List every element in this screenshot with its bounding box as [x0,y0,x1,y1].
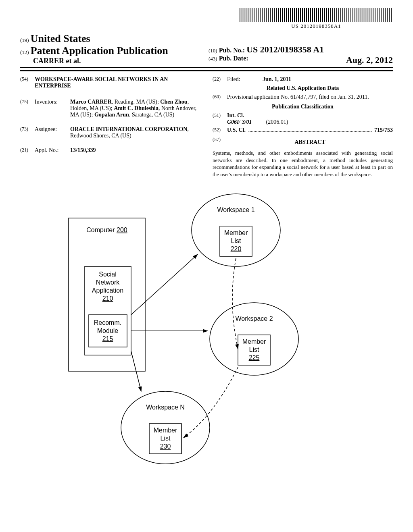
provisional-text: Provisional application No. 61/437,797, … [227,94,393,100]
barcode-lines [240,8,393,22]
arrow-ws2-wsn [184,367,238,438]
provisional-row: (60) Provisional application No. 61/437,… [213,94,393,100]
sna-label-1: Social [99,271,117,278]
filed-row: (22) Filed: Jun. 1, 2011 [213,76,393,83]
us-cl-value: U.S. Cl. 715/753 [227,127,393,133]
assignee-name: ORACLE INTERNATIONAL CORPORATION [70,126,187,132]
ws1-member-2: List [231,237,241,244]
country-name: United States [31,33,90,44]
left-column: (54) WORKSPACE-AWARE SOCIAL NETWORKS IN … [20,76,200,178]
int-cl-label: Int. Cl. [227,112,244,118]
abstract-num: (57) [213,137,227,148]
header-left: (19) United States (12) Patent Applicati… [20,33,204,65]
us-cl-num: (52) [213,127,227,133]
computer-box [69,218,145,371]
us-cl-code: 715/753 [374,127,393,133]
title-num: (54) [20,76,35,89]
assignee-value: ORACLE INTERNATIONAL CORPORATION, Redwoo… [70,126,200,139]
publication-type-line: (12) Patent Application Publication [20,45,204,57]
recomm-label-2: Module [97,327,119,334]
int-cl-year: (2006.01) [266,119,288,125]
sna-label-3: Application [92,287,123,294]
related-data-heading: Related U.S. Application Data [213,85,393,91]
classification-heading: Publication Classification [213,104,393,110]
arrow-recomm-ws1 [131,254,198,315]
inventor-3: Amit C. Dhuleshia [114,105,159,111]
assignee-row: (73) Assignee: ORACLE INTERNATIONAL CORP… [20,126,200,139]
assignee-num: (73) [20,126,35,139]
pub-date-value: Aug. 2, 2012 [346,55,393,65]
appl-no-row: (21) Appl. No.: 13/150,339 [20,147,200,154]
title-row: (54) WORKSPACE-AWARE SOCIAL NETWORKS IN … [20,76,200,89]
barcode: US 20120198358A1 [240,8,393,29]
inventors-value: Marco CARRER, Reading, MA (US); Chen Zho… [70,99,200,118]
pub-no-label: Pub. No.: [219,47,245,54]
country-line: (19) United States [20,33,204,45]
abstract-heading: ABSTRACT [227,139,393,145]
pub-type: Patent Application Publication [31,45,168,56]
recomm-ref: 215 [102,335,113,342]
assignee-label: Assignee: [35,126,70,139]
ws2-ref: 225 [249,354,260,361]
appl-no-label: Appl. No.: [35,147,70,154]
ws2-member-1: Member [242,338,266,345]
int-cl-row: (51) Int. Cl. G06F 3/01 (2006.01) [213,112,393,125]
ws2-member-2: List [249,346,259,353]
country-num: (19) [20,37,29,43]
filed-value: Jun. 1, 2011 [263,76,393,83]
abstract-heading-row: (57) ABSTRACT [213,137,393,148]
sna-ref: 210 [102,295,113,302]
appl-no-value: 13/150,339 [70,147,200,154]
barcode-number: US 20120198358A1 [240,23,393,29]
int-cl-num: (51) [213,112,227,125]
sna-label-2: Network [96,279,120,286]
abstract-text: Systems, methods, and other embodiments … [213,150,393,178]
int-cl-value: Int. Cl. G06F 3/01 (2006.01) [227,112,393,125]
filed-label: Filed: [227,76,263,83]
arrow-ws1-ws2 [232,258,238,349]
figure-1: Computer 200 Social Network Application … [20,190,393,472]
int-cl-code: G06F 3/01 [227,119,252,125]
provisional-num: (60) [213,94,227,100]
header-rule [20,70,393,71]
filed-num: (22) [213,76,227,83]
us-cl-dots [248,129,372,132]
appl-no-num: (21) [20,147,35,154]
header-right: (10) Pub. No.: US 2012/0198358 A1 (43) P… [204,44,393,65]
wsn-member-2: List [161,435,171,442]
wsn-member-1: Member [154,427,177,434]
inventor-2: Chen Zhou [160,99,187,105]
pub-type-num: (12) [20,49,29,55]
invention-title: WORKSPACE-AWARE SOCIAL NETWORKS IN AN EN… [35,76,200,89]
document-header: (19) United States (12) Patent Applicati… [20,33,393,68]
inventors-label: Inventors: [35,99,70,118]
right-column: (22) Filed: Jun. 1, 2011 Related U.S. Ap… [213,76,393,178]
inventor-1: Marco CARRER [70,99,112,105]
pub-date-label: Pub. Date: [219,55,248,62]
pub-date-line: (43) Pub. Date: Aug. 2, 2012 [209,55,393,62]
inventors-row: (75) Inventors: Marco CARRER, Reading, M… [20,99,200,118]
ws1-ref: 220 [231,245,242,252]
wsn-ref: 230 [160,443,171,450]
pub-no-num: (10) [209,48,217,54]
figure-svg: Computer 200 Social Network Application … [20,190,393,472]
workspace-2-label: Workspace 2 [235,315,273,322]
pub-date-num: (43) [209,56,217,62]
ws1-member-1: Member [224,229,248,236]
authors-line: CARRER et al. [20,57,204,65]
recomm-label-1: Recomm. [94,319,121,326]
barcode-section: US 20120198358A1 [20,8,393,29]
us-cl-row: (52) U.S. Cl. 715/753 [213,127,393,133]
us-cl-label: U.S. Cl. [227,127,246,133]
computer-label: Computer 200 [86,227,127,233]
bibliographic-columns: (54) WORKSPACE-AWARE SOCIAL NETWORKS IN … [20,76,393,178]
pub-no-line: (10) Pub. No.: US 2012/0198358 A1 [209,44,393,55]
workspace-n-label: Workspace N [146,404,185,411]
inventor-4: Gopalan Arun [94,112,129,118]
inventors-num: (75) [20,99,35,118]
workspace-1-label: Workspace 1 [217,206,254,213]
pub-no-value: US 2012/0198358 A1 [246,44,324,54]
